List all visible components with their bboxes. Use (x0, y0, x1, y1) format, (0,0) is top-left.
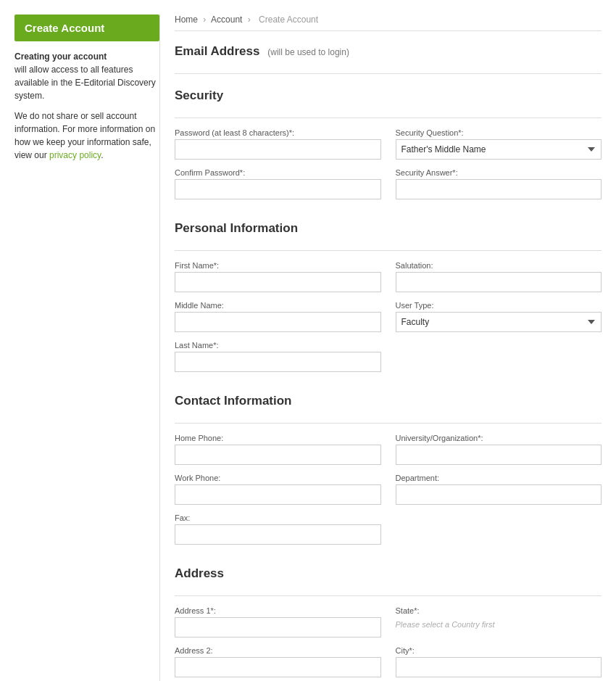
department-group: Department: (396, 474, 602, 505)
salutation-group: Salutation: (396, 261, 602, 292)
personal-row-2: Middle Name: User Type: FacultyStudentRe… (175, 301, 602, 332)
address2-input[interactable] (175, 657, 381, 677)
sidebar-intro-bold: Creating your account (14, 51, 107, 62)
state-group: State*: Please select a Country first (396, 606, 602, 637)
work-phone-label: Work Phone: (175, 474, 381, 482)
first-name-label: First Name*: (175, 261, 381, 270)
state-label: State*: (396, 606, 602, 615)
home-phone-label: Home Phone: (175, 434, 381, 442)
email-section-title: Email Address (will be used to login) (175, 44, 602, 63)
breadcrumb-current: Create Account (259, 15, 318, 25)
security-question-label: Security Question*: (396, 128, 602, 137)
address2-label: Address 2: (175, 646, 381, 655)
sidebar-header: Create Account (14, 15, 159, 41)
breadcrumb: Home › Account › Create Account (175, 15, 602, 31)
city-input[interactable] (396, 657, 602, 677)
first-name-group: First Name*: (175, 261, 381, 292)
first-name-input[interactable] (175, 272, 381, 292)
address1-input[interactable] (175, 617, 381, 637)
work-phone-input[interactable] (175, 484, 381, 505)
address-row-2: Address 2: City*: (175, 646, 602, 677)
breadcrumb-sep1: › (203, 15, 206, 25)
sidebar-content: Creating your account will allow access … (14, 41, 159, 178)
confirm-password-group: Confirm Password*: (175, 168, 381, 199)
address1-group: Address 1*: (175, 606, 381, 637)
fax-input[interactable] (175, 524, 381, 545)
email-section-subtitle: (will be used to login) (267, 47, 349, 57)
password-group: Password (at least 8 characters)*: (175, 128, 381, 160)
department-input[interactable] (396, 484, 602, 505)
personal-row-1: First Name*: Salutation: (175, 261, 602, 292)
security-row-1: Password (at least 8 characters)*: Secur… (175, 128, 602, 160)
confirm-password-label: Confirm Password*: (175, 168, 381, 177)
personal-spacer (396, 341, 602, 372)
breadcrumb-account[interactable]: Account (211, 15, 242, 25)
security-answer-label: Security Answer*: (396, 168, 602, 177)
security-question-group: Security Question*: Father's Middle Name… (396, 128, 602, 160)
contact-row-1: Home Phone: University/Organization*: (175, 434, 602, 465)
password-label: Password (at least 8 characters)*: (175, 128, 381, 137)
last-name-input[interactable] (175, 352, 381, 372)
sidebar: Create Account Creating your account wil… (14, 15, 159, 681)
state-placeholder: Please select a Country first (396, 617, 602, 629)
address1-label: Address 1*: (175, 606, 381, 615)
middle-name-input[interactable] (175, 312, 381, 332)
home-phone-input[interactable] (175, 445, 381, 465)
security-section: Security Password (at least 8 characters… (175, 88, 602, 199)
middle-name-label: Middle Name: (175, 301, 381, 310)
last-name-label: Last Name*: (175, 341, 381, 350)
security-question-select[interactable]: Father's Middle NameMother's Maiden Name… (396, 139, 602, 160)
department-label: Department: (396, 474, 602, 482)
user-type-group: User Type: FacultyStudentResearcherOther (396, 301, 602, 332)
contact-row-3: Fax: (175, 513, 602, 545)
breadcrumb-home[interactable]: Home (175, 15, 198, 25)
main-content: Home › Account › Create Account Email Ad… (159, 15, 602, 681)
home-phone-group: Home Phone: (175, 434, 381, 465)
fax-group: Fax: (175, 513, 381, 545)
address-row-1: Address 1*: State*: Please select a Coun… (175, 606, 602, 637)
contact-section-title: Contact Information (175, 394, 602, 413)
last-name-group: Last Name*: (175, 341, 381, 372)
salutation-label: Salutation: (396, 261, 602, 270)
contact-spacer (396, 513, 602, 545)
security-answer-group: Security Answer*: (396, 168, 602, 199)
city-label: City*: (396, 646, 602, 655)
sidebar-privacy-link[interactable]: privacy policy (49, 150, 101, 160)
university-label: University/Organization*: (396, 434, 602, 442)
fax-label: Fax: (175, 513, 381, 522)
user-type-label: User Type: (396, 301, 602, 310)
address-section: Address Address 1*: State*: Please selec… (175, 566, 602, 681)
university-input[interactable] (396, 445, 602, 465)
email-section: Email Address (will be used to login) (175, 44, 602, 74)
breadcrumb-sep2: › (248, 15, 251, 25)
personal-section: Personal Information First Name*: Saluta… (175, 221, 602, 372)
security-section-title: Security (175, 88, 602, 107)
personal-row-3: Last Name*: (175, 341, 602, 372)
contact-section: Contact Information Home Phone: Universi… (175, 394, 602, 545)
security-row-2: Confirm Password*: Security Answer*: (175, 168, 602, 199)
sidebar-intro-text: will allow access to all features availa… (14, 65, 156, 101)
address-section-title: Address (175, 566, 602, 585)
city-group: City*: (396, 646, 602, 677)
personal-section-title: Personal Information (175, 221, 602, 240)
user-type-select[interactable]: FacultyStudentResearcherOther (396, 312, 602, 332)
security-answer-input[interactable] (396, 179, 602, 199)
salutation-input[interactable] (396, 272, 602, 292)
contact-row-2: Work Phone: Department: (175, 474, 602, 505)
university-group: University/Organization*: (396, 434, 602, 465)
confirm-password-input[interactable] (175, 179, 381, 199)
work-phone-group: Work Phone: (175, 474, 381, 505)
middle-name-group: Middle Name: (175, 301, 381, 332)
address2-group: Address 2: (175, 646, 381, 677)
password-input[interactable] (175, 139, 381, 160)
